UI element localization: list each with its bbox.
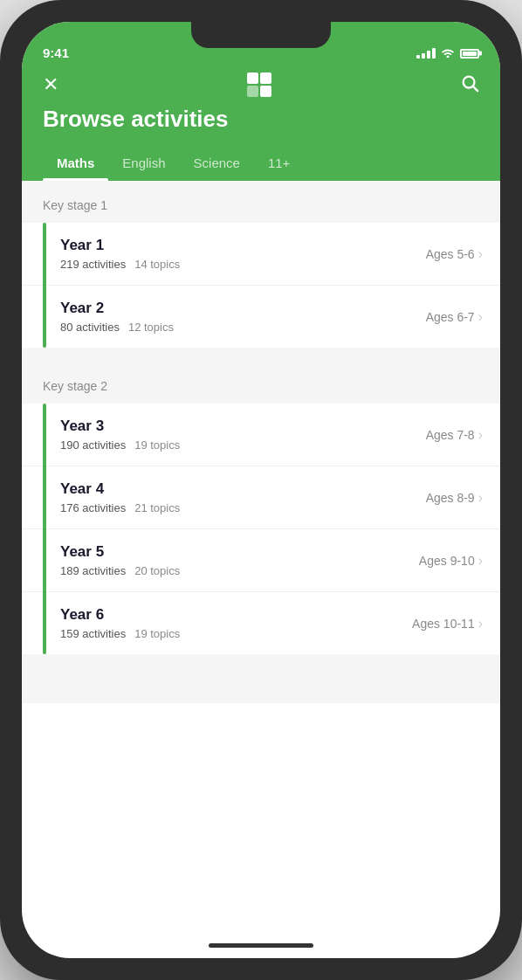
home-indicator: [209, 943, 313, 948]
header: ✕ Browse activities: [22, 66, 500, 181]
chevron-icon: ›: [478, 427, 483, 443]
year-4-age: Ages 8-9 ›: [426, 490, 483, 506]
year-1-title: Year 1: [60, 237, 426, 254]
year-1-topics: 14 topics: [134, 258, 180, 271]
year-4-activities: 176 activities: [60, 501, 126, 514]
header-row: ✕: [43, 72, 479, 97]
year-2-item[interactable]: Year 2 80 activities 12 topics Ages 6-7 …: [22, 286, 500, 348]
year-2-meta: 80 activities 12 topics: [60, 321, 426, 334]
tab-maths[interactable]: Maths: [43, 147, 108, 181]
year-3-info: Year 3 190 activities 19 topics: [60, 418, 426, 452]
tab-science[interactable]: Science: [180, 147, 254, 181]
year-2-title: Year 2: [60, 300, 426, 317]
signal-icon: [416, 48, 436, 59]
year-1-info: Year 1 219 activities 14 topics: [60, 237, 426, 271]
chevron-icon: ›: [478, 246, 483, 262]
year-3-item[interactable]: Year 3 190 activities 19 topics Ages 7-8…: [22, 404, 500, 466]
close-button[interactable]: ✕: [43, 73, 58, 96]
status-time: 9:41: [43, 45, 69, 60]
year-1-activities: 219 activities: [60, 258, 126, 271]
year-1-age: Ages 5-6 ›: [426, 246, 483, 262]
year-4-item[interactable]: Year 4 176 activities 21 topics Ages 8-9…: [22, 466, 500, 529]
year-3-title: Year 3: [60, 418, 426, 435]
year-5-info: Year 5 189 activities 20 topics: [60, 543, 419, 577]
year-6-item[interactable]: Year 6 159 activities 19 topics Ages 10-…: [22, 592, 500, 654]
year-4-info: Year 4 176 activities 21 topics: [60, 480, 426, 514]
tabs-container: Maths English Science 11+: [43, 147, 479, 181]
key-stage-1-list: Year 1 219 activities 14 topics Ages 5-6…: [22, 223, 500, 348]
page-title: Browse activities: [43, 106, 479, 133]
search-button[interactable]: [460, 73, 479, 97]
year-2-info: Year 2 80 activities 12 topics: [60, 300, 426, 334]
year-4-title: Year 4: [60, 480, 426, 498]
year-2-topics: 12 topics: [128, 321, 174, 334]
year-5-activities: 189 activities: [60, 564, 126, 577]
key-stage-1-header: Key stage 1: [22, 181, 500, 223]
year-5-topics: 20 topics: [134, 564, 180, 577]
chevron-icon: ›: [478, 490, 483, 506]
year-1-item[interactable]: Year 1 219 activities 14 topics Ages 5-6…: [22, 223, 500, 286]
chevron-icon: ›: [478, 309, 483, 325]
year-3-age: Ages 7-8 ›: [426, 427, 483, 443]
year-6-title: Year 6: [60, 606, 412, 624]
wifi-icon: [441, 46, 455, 60]
year-6-info: Year 6 159 activities 19 topics: [60, 606, 412, 640]
header-logo: [247, 72, 271, 97]
year-2-age: Ages 6-7 ›: [426, 309, 483, 325]
svg-line-1: [473, 86, 477, 91]
tab-english[interactable]: English: [108, 147, 179, 181]
year-6-meta: 159 activities 19 topics: [60, 627, 412, 640]
key-stage-2-header: Key stage 2: [22, 362, 500, 404]
year-2-activities: 80 activities: [60, 321, 120, 334]
phone-screen: 9:41 ✕: [22, 22, 500, 958]
phone-frame: 9:41 ✕: [0, 0, 522, 980]
tab-11plus[interactable]: 11+: [254, 147, 304, 181]
battery-icon: [460, 49, 479, 59]
chevron-icon: ›: [478, 616, 483, 631]
year-6-activities: 159 activities: [60, 627, 126, 640]
notch: [191, 22, 331, 48]
year-4-topics: 21 topics: [134, 501, 180, 514]
year-6-age: Ages 10-11 ›: [412, 616, 483, 631]
logo-grid: [247, 72, 271, 97]
year-1-meta: 219 activities 14 topics: [60, 258, 426, 271]
year-3-activities: 190 activities: [60, 438, 126, 452]
year-5-meta: 189 activities 20 topics: [60, 564, 419, 577]
year-3-meta: 190 activities 19 topics: [60, 438, 426, 452]
year-5-age: Ages 9-10 ›: [419, 553, 483, 569]
content-area: Key stage 1 Year 1 219 activities 14 top…: [22, 181, 500, 703]
year-4-meta: 176 activities 21 topics: [60, 501, 426, 514]
year-5-item[interactable]: Year 5 189 activities 20 topics Ages 9-1…: [22, 529, 500, 592]
year-6-topics: 19 topics: [134, 627, 180, 640]
chevron-icon: ›: [478, 553, 483, 569]
year-3-topics: 19 topics: [134, 438, 180, 452]
year-5-title: Year 5: [60, 543, 419, 561]
status-icons: [416, 46, 479, 60]
key-stage-2-list: Year 3 190 activities 19 topics Ages 7-8…: [22, 404, 500, 654]
